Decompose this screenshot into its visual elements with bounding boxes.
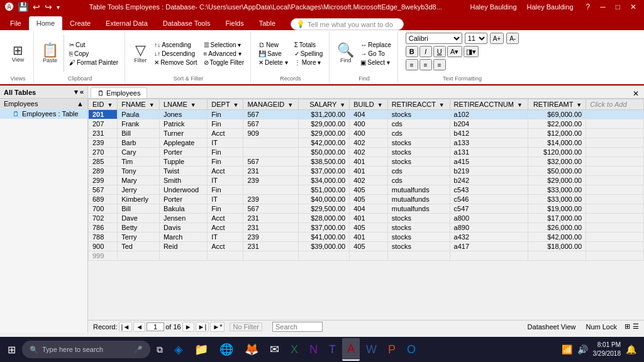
filter-btn[interactable]: ▽ Filter xyxy=(130,42,150,65)
table-cell[interactable]: 405 xyxy=(350,195,388,204)
no-filter-badge[interactable]: No Filter xyxy=(230,322,262,331)
advanced-btn[interactable]: ≡ Advanced ▾ xyxy=(201,50,247,58)
table-cell[interactable] xyxy=(586,242,644,251)
table-cell[interactable]: Terry xyxy=(118,233,160,242)
table-cell[interactable]: Porter xyxy=(159,148,207,157)
table-row[interactable]: 900TedReidAcct231$39,000.00405stocksa417… xyxy=(89,242,644,251)
table-cell[interactable]: a415 xyxy=(450,157,528,167)
col-header-build[interactable]: BUILD ▼ xyxy=(350,99,388,110)
col-header-fname[interactable]: FNAME ▼ xyxy=(118,99,160,110)
table-cell[interactable]: $29,000.00 xyxy=(298,129,350,138)
notification-btn[interactable]: 🔔 xyxy=(626,344,636,354)
prev-record-btn[interactable]: ◄ xyxy=(133,322,145,332)
table-cell[interactable]: 239 xyxy=(243,195,298,204)
table-cell[interactable]: a800 xyxy=(450,214,528,223)
table-cell[interactable] xyxy=(586,129,644,138)
quick-menu-btn[interactable]: ▾ xyxy=(55,3,61,11)
table-cell[interactable]: Fin xyxy=(208,204,243,214)
taskbar-search-bar[interactable]: 🔍 🎤 xyxy=(22,341,150,358)
nav-item-employees-table[interactable]: 🗒 Employees : Table xyxy=(0,109,87,119)
table-cell[interactable]: IT xyxy=(208,176,243,185)
replace-btn[interactable]: ↔ Replace xyxy=(358,41,394,49)
table-cell[interactable]: c547 xyxy=(450,204,528,214)
table-cell[interactable]: 404 xyxy=(350,110,388,119)
table-cell[interactable]: 231 xyxy=(243,242,298,251)
table-cell[interactable]: 999 xyxy=(89,251,118,261)
table-cell[interactable] xyxy=(528,251,586,261)
table-row[interactable]: 285TimTuppleFin567$38,500.00401stocksa41… xyxy=(89,157,644,167)
delete-btn[interactable]: ✕ Delete ▾ xyxy=(256,58,291,67)
table-cell[interactable]: 405 xyxy=(350,242,388,251)
table-cell[interactable]: 900 xyxy=(89,242,118,251)
col-header-eid[interactable]: EID ▼ xyxy=(89,99,118,110)
data-table-wrapper[interactable]: EID ▼ FNAME ▼ LNAME ▼ DEPT ▼ MANAGEID ▼ … xyxy=(88,99,644,320)
tab-file[interactable]: File xyxy=(3,16,29,30)
table-cell[interactable]: stocks xyxy=(387,157,450,167)
table-cell[interactable]: 567 xyxy=(243,119,298,129)
table-cell[interactable]: a133 xyxy=(450,138,528,148)
start-btn[interactable]: ⊞ xyxy=(3,338,21,361)
table-cell[interactable]: cds xyxy=(387,176,450,185)
table-cell[interactable]: 207 xyxy=(89,119,118,129)
table-cell[interactable]: IT xyxy=(208,233,243,242)
table-row[interactable]: 201PaulaJonesFin567$31,200.00404stocksa1… xyxy=(89,110,644,119)
col-header-lname[interactable]: LNAME ▼ xyxy=(159,99,207,110)
table-cell[interactable]: $19,000.00 xyxy=(528,204,586,214)
table-cell[interactable] xyxy=(586,148,644,157)
paste-btn[interactable]: 📋 Paste xyxy=(39,42,61,65)
table-cell[interactable] xyxy=(586,204,644,214)
table-cell[interactable] xyxy=(298,251,350,261)
table-row[interactable]: 700BillBakulaFin567$29,500.00404mutualfu… xyxy=(89,204,644,214)
table-cell[interactable]: Mary xyxy=(118,176,160,185)
table-cell[interactable]: $120,000.00 xyxy=(528,148,586,157)
table-cell[interactable]: Kimberly xyxy=(118,195,160,204)
table-cell[interactable]: 400 xyxy=(350,129,388,138)
network-icon[interactable]: 📶 xyxy=(562,344,572,354)
table-cell[interactable]: $69,000.00 xyxy=(528,110,586,119)
table-close-btn[interactable]: ✕ xyxy=(630,89,641,98)
table-cell[interactable]: Applegate xyxy=(159,138,207,148)
table-cell[interactable]: Barb xyxy=(118,138,160,148)
font-color-btn[interactable]: A▾ xyxy=(447,46,462,57)
tell-me-bar[interactable]: 💡 Tell me what you want to do xyxy=(291,18,404,30)
table-cell[interactable] xyxy=(586,157,644,167)
table-cell[interactable]: Fin xyxy=(208,119,243,129)
outlook-btn[interactable]: O xyxy=(402,338,421,361)
table-cell[interactable]: 401 xyxy=(350,167,388,176)
quick-redo-btn[interactable]: ↪ xyxy=(43,1,53,13)
teams-btn[interactable]: T xyxy=(324,338,341,361)
table-cell[interactable]: Acct xyxy=(208,129,243,138)
table-cell[interactable]: $18,000.00 xyxy=(528,242,586,251)
table-cell[interactable]: b242 xyxy=(450,176,528,185)
table-cell[interactable]: cds xyxy=(387,129,450,138)
table-cell[interactable]: $33,000.00 xyxy=(528,195,586,204)
col-header-add[interactable]: Click to Add xyxy=(586,99,644,110)
table-cell[interactable]: 400 xyxy=(350,119,388,129)
employees-tab[interactable]: 🗒 Employees xyxy=(91,87,147,98)
table-cell[interactable] xyxy=(243,251,298,261)
find-btn[interactable]: 🔍 Find xyxy=(335,42,357,65)
table-cell[interactable]: stocks xyxy=(387,242,450,251)
toggle-filter-btn[interactable]: ⊘ Toggle Filter xyxy=(201,58,247,67)
table-cell[interactable]: 405 xyxy=(350,185,388,195)
highlight-btn[interactable]: ◨▾ xyxy=(464,46,479,57)
table-cell[interactable]: cds xyxy=(387,167,450,176)
table-cell[interactable]: Acct xyxy=(208,214,243,223)
italic-btn[interactable]: I xyxy=(419,46,432,57)
table-row[interactable]: 239BarbApplegateIT$42,000.00402stocksa13… xyxy=(89,138,644,148)
table-cell[interactable]: Paula xyxy=(118,110,160,119)
col-header-manageid[interactable]: MANAGEID ▼ xyxy=(243,99,298,110)
table-cell[interactable]: 270 xyxy=(89,148,118,157)
table-cell[interactable]: stocks xyxy=(387,148,450,157)
table-cell[interactable]: $38,500.00 xyxy=(298,157,350,167)
table-cell[interactable]: 567 xyxy=(89,185,118,195)
table-cell[interactable]: Turner xyxy=(159,129,207,138)
table-cell[interactable]: $17,000.00 xyxy=(528,214,586,223)
table-cell[interactable]: stocks xyxy=(387,214,450,223)
datasheet-view-btn[interactable]: ⊞ xyxy=(625,322,630,331)
tab-external-data[interactable]: External Data xyxy=(98,16,155,30)
table-cell[interactable]: a131 xyxy=(450,148,528,157)
explorer-btn[interactable]: 📁 xyxy=(189,338,213,361)
table-cell[interactable]: Porter xyxy=(159,195,207,204)
table-cell[interactable]: Fin xyxy=(208,110,243,119)
